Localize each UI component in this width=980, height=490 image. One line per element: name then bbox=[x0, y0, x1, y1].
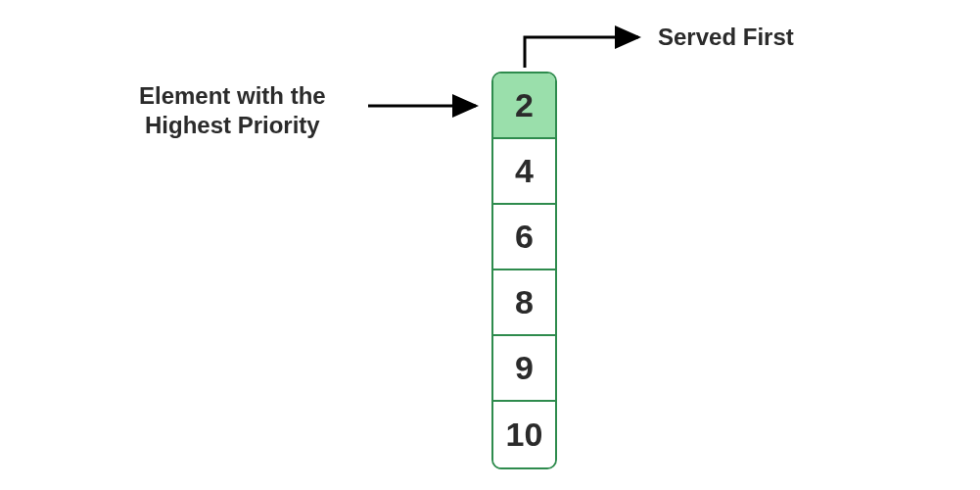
queue-cell: 9 bbox=[493, 336, 555, 402]
arrow-left-icon bbox=[368, 93, 495, 122]
priority-queue: 2 4 6 8 9 10 bbox=[491, 72, 557, 469]
queue-cell: 8 bbox=[493, 270, 555, 336]
queue-cell: 6 bbox=[493, 205, 555, 270]
label-highest-priority: Element with the Highest Priority bbox=[139, 81, 326, 140]
label-left-line1: Element with the bbox=[139, 81, 326, 111]
label-served-first: Served First bbox=[658, 24, 794, 51]
queue-cell: 4 bbox=[493, 139, 555, 205]
diagram-container: Element with the Highest Priority Served… bbox=[0, 0, 980, 490]
queue-cell: 10 bbox=[493, 402, 555, 467]
queue-cell: 2 bbox=[493, 74, 555, 139]
arrow-up-right-icon bbox=[519, 24, 666, 78]
label-left-line2: Highest Priority bbox=[139, 111, 326, 140]
